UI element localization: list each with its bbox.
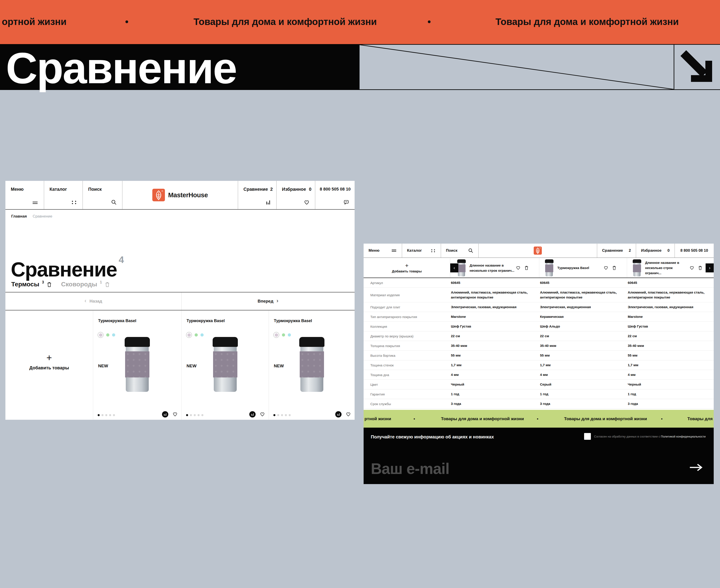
- tab-thermoses[interactable]: Термосы 3: [11, 281, 52, 288]
- green-marquee-banner: ртной жизни • Товары для дома и комфортн…: [364, 410, 714, 427]
- heart-icon: [304, 200, 310, 205]
- tab-count: 3: [42, 280, 44, 284]
- favorites-label: Избранное: [282, 187, 306, 192]
- submit-arrow-button[interactable]: [690, 463, 704, 471]
- compare-toggle-button[interactable]: [249, 411, 255, 418]
- trash-icon[interactable]: [46, 281, 52, 287]
- brand-logo[interactable]: ®: [478, 244, 597, 257]
- swatch-green[interactable]: [106, 333, 109, 337]
- favorites-nav-button[interactable]: Избранное 0: [276, 181, 315, 209]
- phone-contact[interactable]: 8 800 505 08 10: [315, 181, 355, 209]
- attribute-value: 60645: [627, 280, 714, 285]
- color-swatches: [186, 332, 204, 338]
- swatch-green[interactable]: [282, 333, 285, 337]
- product-image: [212, 337, 239, 392]
- remove-button[interactable]: [698, 266, 702, 270]
- tab-pans[interactable]: Сковороды 1: [61, 281, 110, 288]
- marquee-text: ортной жизни: [2, 16, 67, 27]
- back-button[interactable]: ‹ Назад: [5, 292, 181, 310]
- attribute-label: Высота бортика: [364, 354, 450, 357]
- table-row: Толщина покрытия 35-40 мкм 35-40 мкм 35-…: [364, 341, 714, 351]
- image-pagination-dots[interactable]: [186, 414, 203, 416]
- consent-checkbox[interactable]: [584, 433, 591, 440]
- attribute-label: Диаметр по верху (крышка): [364, 334, 450, 338]
- attribute-value: 60645: [450, 280, 539, 285]
- table-row: Артикул 60645 60645 60645: [364, 278, 714, 288]
- attribute-label: Тощина стенок: [364, 363, 450, 367]
- swatch-selected[interactable]: [273, 332, 279, 338]
- trash-icon[interactable]: [105, 281, 110, 287]
- compare-toggle-button[interactable]: [335, 411, 342, 418]
- swatch-green[interactable]: [194, 333, 198, 337]
- attribute-value: 1,7 мм: [539, 363, 627, 368]
- menu-button[interactable]: Меню: [364, 244, 402, 257]
- compare-toggle-button[interactable]: [162, 411, 168, 418]
- swatch-cyan[interactable]: [112, 333, 115, 337]
- phone-number: 8 800 505 08 10: [680, 248, 708, 253]
- privacy-policy-link[interactable]: Политикой конфиденциальности: [661, 435, 705, 438]
- catalog-button[interactable]: Каталог: [44, 181, 83, 209]
- chat-bubble-icon: [343, 199, 349, 205]
- attribute-value: 1 год: [450, 392, 539, 397]
- phone-contact[interactable]: 8 800 505 08 10: [675, 244, 714, 257]
- swatch-cyan[interactable]: [201, 333, 204, 337]
- forward-button[interactable]: Вперед ›: [181, 292, 355, 310]
- favorite-button[interactable]: [690, 266, 694, 270]
- product-card[interactable]: Турмокружка Basel NEW: [181, 310, 269, 420]
- table-row: Срок службы 3 года 3 года 3 года: [364, 399, 714, 409]
- favorite-button[interactable]: [346, 412, 351, 417]
- scroll-prev-button[interactable]: ‹: [450, 264, 458, 272]
- product-cards-row: + Добавить товары Турмокружка Basel NEW: [5, 310, 355, 420]
- attribute-label: Коллекция: [364, 324, 450, 329]
- product-thumbnail: [633, 259, 641, 276]
- marquee-bullet: •: [414, 416, 415, 421]
- search-icon: [468, 248, 473, 253]
- favorite-button[interactable]: [260, 412, 265, 417]
- compare-nav-button[interactable]: Сравнение 2: [597, 244, 636, 257]
- add-products-cell[interactable]: + Добавить товары: [364, 258, 450, 278]
- favorite-button[interactable]: [603, 266, 609, 270]
- new-badge: NEW: [187, 363, 197, 369]
- catalog-button[interactable]: Каталог: [402, 244, 441, 257]
- subscribe-heading: Получайте свежую информацию об акциях и …: [371, 434, 494, 440]
- swatch-selected[interactable]: [98, 332, 103, 338]
- menu-button[interactable]: Меню: [5, 181, 44, 209]
- search-button[interactable]: Поиск: [83, 181, 122, 209]
- search-button[interactable]: Поиск: [441, 244, 478, 257]
- product-card[interactable]: Турмокружка Basel NEW: [269, 310, 355, 420]
- comparison-heading-count: 4: [119, 254, 124, 265]
- favorite-button[interactable]: [516, 266, 521, 270]
- scroll-next-button[interactable]: ›: [705, 264, 714, 272]
- tab-count: 1: [100, 280, 102, 284]
- remove-button[interactable]: [524, 266, 529, 270]
- table-row: Коллекция Шеф Густав Шеф Альдо Шеф Густа…: [364, 322, 714, 331]
- breadcrumb-home[interactable]: Главная: [11, 214, 27, 219]
- image-pagination-dots[interactable]: [273, 414, 291, 416]
- compare-label: Сравнение: [244, 187, 268, 192]
- table-row: Гарантия 1 год 1 год 1 год: [364, 390, 714, 399]
- table-row: Диаметр по верху (крышка) 22 см 22 см 22…: [364, 331, 714, 341]
- add-products-cell[interactable]: + Добавить товары: [5, 310, 93, 420]
- swatch-cyan[interactable]: [288, 333, 291, 337]
- comparison-page-mockup: Меню Каталог Поиск: [5, 181, 355, 420]
- swatch-selected[interactable]: [186, 332, 192, 338]
- remove-button[interactable]: [612, 266, 617, 270]
- card-actions: [249, 411, 265, 418]
- compared-products-row: + Добавить товары ‹ Длинное название в н…: [364, 258, 714, 278]
- product-card[interactable]: Турмокружка Basel NEW: [93, 310, 181, 420]
- brand-logo[interactable]: ® MasterHouse: [122, 181, 238, 209]
- compare-nav-button[interactable]: Сравнение 2: [238, 181, 276, 209]
- annotation-frame: [359, 44, 674, 90]
- attribute-label: Тощина дна: [364, 373, 450, 377]
- plus-icon: +: [405, 262, 408, 268]
- image-pagination-dots[interactable]: [98, 414, 115, 416]
- email-input[interactable]: Ваш e-mail: [371, 460, 449, 477]
- favorite-button[interactable]: [172, 412, 178, 417]
- grid-dots-icon: [71, 199, 77, 205]
- new-badge: NEW: [98, 363, 108, 369]
- marquee-bullet: •: [428, 16, 431, 27]
- favorites-nav-button[interactable]: Избранное 0: [636, 244, 675, 257]
- add-products-label: Добавить товары: [392, 269, 421, 273]
- product-title: Турмокружка Basel: [274, 318, 312, 323]
- carousel-pager: ‹ Назад Вперед ›: [5, 292, 355, 310]
